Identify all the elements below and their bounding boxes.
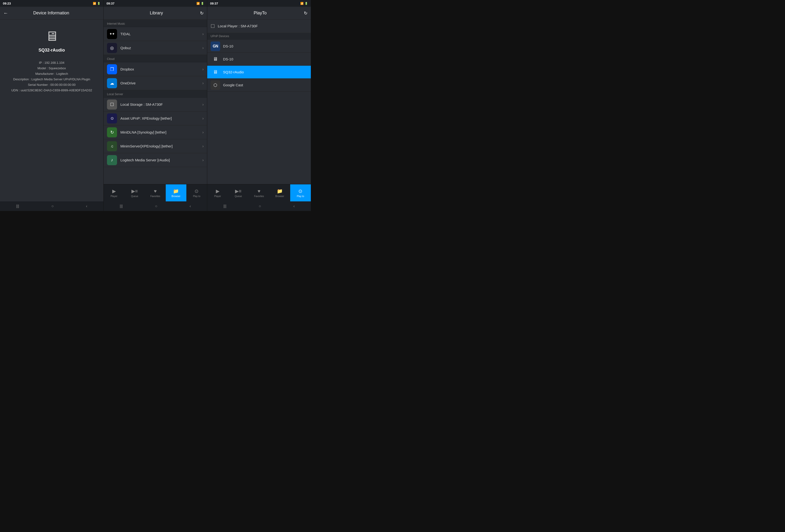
minim-label: MinimServer[XPEnology] [tether] [120, 144, 202, 148]
minidlna-chevron: › [202, 130, 204, 134]
local-player-icon: ☐ [210, 23, 215, 29]
asset-label: Asset UPnP: XPEnology [tether] [120, 116, 202, 121]
logitech-icon: ♪ [107, 155, 117, 165]
wifi-icon: 📶 [93, 2, 96, 5]
tidal-chevron: › [202, 32, 204, 36]
list-item-qobuz[interactable]: ◎ Qobuz › [104, 41, 207, 55]
minim-icon: ♫ [107, 141, 117, 151]
nav-browser-right[interactable]: 📁 Browser [269, 184, 290, 202]
device-info-header: ← Device Information [0, 7, 103, 20]
playto-item-sq32[interactable]: 🖥 SQ32-rAudio [207, 66, 311, 79]
time-left: 09:23 [3, 2, 11, 5]
asset-icon: ⊙ [107, 113, 117, 124]
nav-queue-mid[interactable]: ▶≡ Queue [124, 184, 145, 202]
android-home-mid[interactable]: ○ [155, 204, 157, 208]
queue-label-right: Queue [235, 195, 242, 197]
queue-icon-right: ▶≡ [235, 188, 242, 194]
android-back-right[interactable]: ‹ [293, 204, 295, 208]
ds10-gn-label: DS-10 [223, 44, 233, 48]
list-item-onedrive[interactable]: ☁ OneDrive › [104, 76, 207, 90]
wifi-icon-mid: 📶 [197, 2, 200, 5]
library-header: Library ↻ [104, 7, 207, 20]
playto-header: PlayTo ↻ [207, 7, 311, 20]
nav-player-right[interactable]: ▶ Player [207, 184, 228, 202]
favorites-icon-mid: ♥ [154, 188, 157, 194]
android-back-left[interactable]: ‹ [86, 204, 87, 208]
list-item-tidal[interactable]: ✦✦ TIDAL › [104, 27, 207, 41]
status-bar-left: 09:23 📶 🔋 [0, 0, 103, 7]
qobuz-chevron: › [202, 46, 204, 50]
android-nav-mid: ||| ○ ‹ [104, 202, 207, 211]
time-right: 09:37 [210, 2, 218, 5]
device-name: SQ32-rAudio [39, 48, 65, 53]
android-home-left[interactable]: ○ [51, 204, 54, 208]
battery-icon-right: 🔋 [305, 2, 308, 5]
browser-label-mid: Browser [172, 195, 180, 197]
googlecast-label: Google Cast [223, 83, 243, 87]
device-icon-area: 🖥 SQ32-rAudio [0, 20, 103, 61]
list-item-asset[interactable]: ⊙ Asset UPnP: XPEnology [tether] › [104, 111, 207, 125]
minidlna-icon: ↻ [107, 127, 117, 137]
favorites-label-right: Favorites [254, 195, 264, 197]
player-label-right: Player [214, 195, 221, 197]
list-item-local-storage[interactable]: ☐ Local Storage : SM-A730F › [104, 98, 207, 111]
back-button[interactable]: ← [3, 10, 8, 16]
battery-icon-mid: 🔋 [201, 2, 204, 5]
status-bar-right: 09:37 📶 🔋 [207, 0, 311, 7]
bottom-nav-right: ▶ Player ▶≡ Queue ♥ Favorites 📁 Browser … [207, 184, 311, 202]
nav-favorites-right[interactable]: ♥ Favorites [249, 184, 269, 202]
android-back-mid[interactable]: ‹ [189, 204, 191, 208]
playto-title: PlayTo [216, 10, 304, 16]
nav-queue-right[interactable]: ▶≡ Queue [228, 184, 249, 202]
nav-favorites-mid[interactable]: ♥ Favorites [145, 184, 166, 202]
section-cloud: Cloud [104, 55, 207, 62]
android-menu-left[interactable]: ||| [16, 204, 19, 208]
battery-icon: 🔋 [97, 2, 101, 5]
asset-chevron: › [202, 116, 204, 121]
android-menu-mid[interactable]: ||| [120, 204, 123, 208]
qobuz-label: Qobuz [120, 46, 202, 50]
android-home-right[interactable]: ○ [259, 204, 261, 208]
gn-icon: GN [210, 42, 220, 51]
list-item-minidlna[interactable]: ↻ MiniDLNA [Synology] [tether] › [104, 125, 207, 139]
playto-item-ds10-gn[interactable]: GN DS-10 [207, 40, 311, 53]
time-mid: 09:37 [106, 2, 115, 5]
library-refresh-button[interactable]: ↻ [200, 10, 204, 16]
browser-label-right: Browser [275, 195, 284, 197]
local-storage-icon: ☐ [107, 100, 117, 110]
ds10-2-label: DS-10 [223, 57, 233, 61]
playto-item-ds10-2[interactable]: 🖥 DS-10 [207, 53, 311, 66]
dropbox-chevron: › [202, 67, 204, 72]
favorites-icon-right: ♥ [258, 188, 260, 194]
device-udn: UDN : uuid:528C8E6C-D4A3-C659-8999-A0E9D… [5, 88, 99, 92]
nav-playto-mid[interactable]: ⊙ Play to [186, 184, 207, 202]
status-icons-right: 📶 🔋 [300, 2, 308, 5]
status-icons-mid: 📶 🔋 [197, 2, 204, 5]
playto-refresh-button[interactable]: ↻ [304, 10, 307, 16]
bottom-nav-mid: ▶ Player ▶≡ Queue ♥ Favorites 📁 Browser … [104, 184, 207, 202]
player-icon-mid: ▶ [112, 188, 116, 194]
section-internet-music: Internet Music [104, 20, 207, 27]
playto-content: ☐ Local Player : SM-A730F UPnP Devices G… [207, 20, 311, 184]
queue-icon-mid: ▶≡ [131, 188, 138, 194]
status-bar-mid: 09:37 📶 🔋 [104, 0, 207, 7]
local-storage-label: Local Storage : SM-A730F [120, 102, 202, 106]
local-player-label: Local Player : SM-A730F [218, 24, 258, 28]
browser-icon-right: 📁 [277, 188, 283, 194]
library-panel: 09:37 📶 🔋 Library ↻ Internet Music ✦✦ TI… [104, 0, 207, 211]
playto-item-googlecast[interactable]: ⬡ Google Cast [207, 79, 311, 91]
playto-label-right: Play to [297, 195, 304, 197]
nav-player-mid[interactable]: ▶ Player [104, 184, 124, 202]
logitech-chevron: › [202, 158, 204, 162]
nav-playto-right[interactable]: ⊙ Play to [290, 184, 311, 202]
local-storage-chevron: › [202, 102, 204, 107]
android-menu-right[interactable]: ||| [223, 204, 226, 208]
local-player-row[interactable]: ☐ Local Player : SM-A730F [207, 20, 311, 33]
logitech-label: Logitech Media Server [rAudio] [120, 158, 202, 162]
wifi-icon-right: 📶 [300, 2, 304, 5]
player-icon-right: ▶ [216, 188, 220, 194]
list-item-dropbox[interactable]: ❐ Dropbox › [104, 62, 207, 76]
list-item-minim[interactable]: ♫ MinimServer[XPEnology] [tether] › [104, 139, 207, 153]
list-item-logitech[interactable]: ♪ Logitech Media Server [rAudio] › [104, 153, 207, 167]
nav-browser-mid[interactable]: 📁 Browser [166, 184, 186, 202]
